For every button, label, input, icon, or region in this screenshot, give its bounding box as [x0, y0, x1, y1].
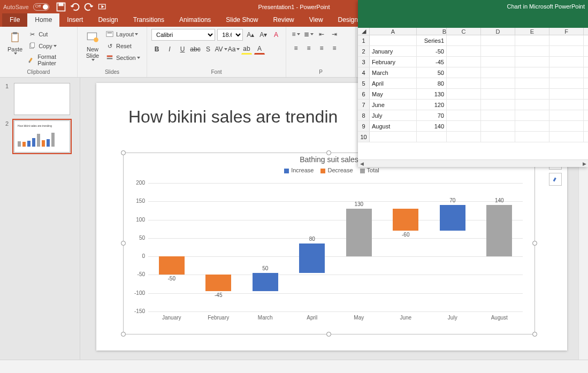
- excel-row[interactable]: 3 February -45: [358, 57, 588, 67]
- cell[interactable]: [481, 110, 515, 120]
- select-all-cell[interactable]: ◢: [358, 28, 370, 35]
- chart-bar[interactable]: [393, 209, 418, 231]
- resize-handle[interactable]: [121, 150, 126, 155]
- tab-transitions[interactable]: Transitions: [126, 13, 172, 27]
- chart-bar[interactable]: [253, 273, 278, 291]
- align-right-button[interactable]: ≡: [316, 43, 327, 54]
- cell[interactable]: 50: [417, 67, 447, 78]
- cell[interactable]: [549, 121, 584, 131]
- cell[interactable]: [515, 78, 549, 88]
- chart-plot-area[interactable]: -150-100-50050100150200-50January-45Febr…: [148, 183, 523, 311]
- cell[interactable]: [549, 67, 584, 78]
- cell[interactable]: [515, 46, 549, 56]
- cell[interactable]: January: [370, 46, 417, 56]
- section-button[interactable]: Section: [103, 52, 142, 63]
- cell[interactable]: [515, 89, 549, 99]
- excel-body[interactable]: 1 Series1 2 January -50 3 February -45 4…: [358, 35, 588, 159]
- thumbnail-pane[interactable]: 1 2 How bikini sales are trending: [0, 78, 80, 360]
- cell[interactable]: [515, 132, 549, 142]
- clear-formatting-icon[interactable]: A: [271, 29, 281, 40]
- resize-handle[interactable]: [121, 332, 126, 337]
- chart-bar[interactable]: [440, 205, 465, 231]
- font-color-button[interactable]: A: [254, 44, 265, 55]
- tab-animations[interactable]: Animations: [172, 13, 218, 27]
- tab-home[interactable]: Home: [27, 13, 59, 27]
- cell[interactable]: [447, 46, 481, 56]
- excel-row[interactable]: 9 August 140: [358, 121, 588, 132]
- cell[interactable]: August: [370, 121, 417, 131]
- excel-data-window[interactable]: Chart in Microsoft PowerPoint ◢ A B C D …: [358, 0, 588, 167]
- cell[interactable]: 80: [417, 78, 447, 88]
- cell[interactable]: [447, 57, 481, 67]
- italic-button[interactable]: I: [164, 44, 175, 55]
- align-left-button[interactable]: ≡: [291, 43, 301, 54]
- numbering-button[interactable]: ≣: [303, 29, 314, 40]
- cell[interactable]: June: [370, 100, 417, 110]
- cell[interactable]: [481, 121, 515, 131]
- slide-thumbnail-2[interactable]: How bikini sales are trending: [14, 120, 70, 153]
- row-header[interactable]: 7: [358, 100, 370, 110]
- scroll-left-icon[interactable]: ◀: [358, 161, 365, 166]
- cell[interactable]: [549, 100, 584, 110]
- decrease-indent-button[interactable]: ⇤: [316, 29, 327, 40]
- excel-row[interactable]: 7 June 120: [358, 100, 588, 110]
- row-header[interactable]: 6: [358, 89, 370, 99]
- highlight-button[interactable]: ab: [241, 44, 252, 55]
- tab-insert[interactable]: Insert: [59, 13, 90, 27]
- cell[interactable]: [515, 121, 549, 131]
- col-header-c[interactable]: C: [447, 28, 481, 35]
- change-case-button[interactable]: Aa: [228, 44, 239, 55]
- tab-file[interactable]: File: [2, 13, 27, 27]
- col-header-f[interactable]: F: [549, 28, 584, 35]
- undo-icon[interactable]: [70, 2, 80, 12]
- strikethrough-button[interactable]: abc: [190, 44, 201, 55]
- cell[interactable]: [447, 78, 481, 88]
- decrease-font-icon[interactable]: A▾: [258, 29, 269, 40]
- cell[interactable]: [481, 46, 515, 56]
- chart-styles-button[interactable]: [549, 173, 562, 186]
- cell[interactable]: [481, 35, 515, 45]
- font-size-select[interactable]: 18.6: [217, 29, 243, 41]
- cell[interactable]: April: [370, 78, 417, 88]
- col-header-b[interactable]: B: [417, 28, 447, 35]
- start-from-beginning-icon[interactable]: [97, 2, 108, 12]
- cell[interactable]: [417, 132, 447, 142]
- scroll-right-icon[interactable]: ▶: [581, 161, 588, 166]
- col-header-a[interactable]: A: [370, 28, 417, 35]
- cell[interactable]: February: [370, 57, 417, 67]
- underline-button[interactable]: U: [177, 44, 188, 55]
- cell[interactable]: [447, 35, 481, 45]
- slide-title[interactable]: How bikini sales are trendin: [128, 107, 338, 127]
- cell[interactable]: [481, 89, 515, 99]
- excel-row[interactable]: 2 January -50: [358, 46, 588, 57]
- col-header-d[interactable]: D: [481, 28, 515, 35]
- cell[interactable]: [370, 132, 417, 142]
- chart-bar[interactable]: [299, 243, 325, 273]
- cell[interactable]: [447, 121, 481, 131]
- cell[interactable]: [515, 67, 549, 78]
- cell[interactable]: [447, 110, 481, 120]
- excel-row[interactable]: 5 April 80: [358, 78, 588, 89]
- cell[interactable]: -50: [417, 46, 447, 56]
- cell[interactable]: [549, 110, 584, 120]
- cell[interactable]: [481, 100, 515, 110]
- cell[interactable]: 130: [417, 89, 447, 99]
- chart-bar[interactable]: [159, 256, 185, 275]
- cell[interactable]: [549, 89, 584, 99]
- excel-row[interactable]: 6 May 130: [358, 89, 588, 100]
- cell[interactable]: [549, 46, 584, 56]
- row-header[interactable]: 10: [358, 132, 370, 142]
- cell[interactable]: 140: [417, 121, 447, 131]
- autosave-toggle[interactable]: Off: [33, 3, 49, 11]
- cell[interactable]: 120: [417, 100, 447, 110]
- shadow-button[interactable]: S: [203, 44, 213, 55]
- increase-indent-button[interactable]: ⇥: [329, 29, 340, 40]
- tab-design[interactable]: Design: [90, 13, 125, 27]
- format-painter-button[interactable]: Format Painter: [26, 52, 73, 67]
- chart-object[interactable]: Bathing suit sales Increase Decrease Tot…: [123, 153, 535, 334]
- cell[interactable]: [549, 57, 584, 67]
- cell[interactable]: July: [370, 110, 417, 120]
- row-header[interactable]: 8: [358, 110, 370, 120]
- cell[interactable]: [515, 110, 549, 120]
- cell[interactable]: [515, 100, 549, 110]
